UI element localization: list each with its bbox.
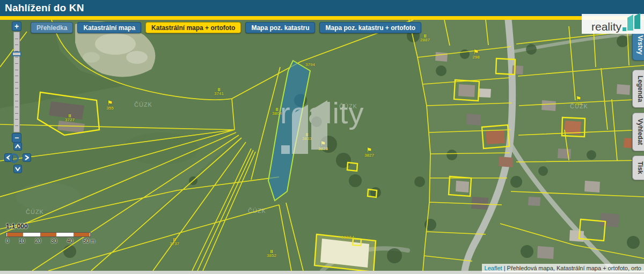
cuzk-watermark: ČÚZK [339, 103, 357, 109]
scale-bar [6, 232, 91, 237]
chevron-right-icon [25, 155, 29, 160]
brand-name: reality [591, 21, 621, 32]
zoom-tick [15, 76, 18, 76]
zoom-tick [15, 45, 18, 45]
layer-button[interactable]: Katastrální mapa [77, 22, 141, 33]
parcel-label: II3804 [272, 107, 282, 116]
leaflet-link[interactable]: Leaflet [485, 265, 502, 271]
zoom-tick [15, 88, 18, 88]
pan-control [4, 142, 31, 176]
zoom-control: + − [12, 21, 21, 143]
zoom-slider-handle[interactable] [12, 51, 21, 56]
scale-segment [73, 233, 90, 236]
parcel-marker: ⚑355 [106, 100, 113, 110]
zoom-slider[interactable] [13, 32, 20, 132]
scale-tick: 40 [67, 238, 73, 244]
side-tab[interactable]: Legenda [632, 70, 644, 108]
parcel-label: II3727 [65, 114, 75, 122]
zoom-tick [15, 113, 18, 114]
parcel-marker: ⚑3827 [364, 147, 374, 158]
parcel-marker: ⚑288 [575, 96, 582, 106]
pan-up-button[interactable] [13, 142, 22, 151]
scale-tick: 0 [6, 238, 9, 244]
zoom-tick [15, 101, 18, 101]
parcel-label: II3737 [170, 238, 179, 246]
layer-button[interactable]: Přehledka [31, 22, 73, 33]
parcel-label: II2887 [420, 34, 430, 42]
scale-segment [57, 233, 73, 236]
brand-logo[interactable]: reality [582, 14, 644, 34]
parcel-label: 383/14 [341, 235, 354, 240]
layer-button[interactable]: Mapa poz. katastru + ortofoto [319, 22, 421, 33]
zoom-tick [15, 82, 18, 83]
zoom-tick [15, 51, 18, 51]
cuzk-watermark: ČÚZK [248, 208, 266, 214]
parcel-label: II3741 [214, 87, 224, 96]
chevron-down-icon [15, 167, 20, 171]
zoom-in-button[interactable]: + [12, 21, 21, 31]
side-tab[interactable]: Vrstvy [632, 29, 644, 61]
cuzk-watermark: ČÚZK [134, 101, 152, 108]
zoom-tick [15, 57, 18, 57]
app-header: Nahlížení do KN [0, 0, 644, 16]
map-attribution: Leaflet | Přehledová mapa, Katastrální m… [482, 264, 644, 272]
scale-tick: 20 [35, 238, 41, 244]
zoom-tick [15, 119, 18, 120]
scale-segment [40, 233, 57, 236]
scale-segment [6, 233, 24, 236]
zoom-tick [15, 63, 18, 64]
scale-tick: 30 [51, 238, 57, 244]
brand-11-icon [623, 13, 641, 32]
chevron-up-icon [15, 144, 20, 149]
scale-tick: 50 m [83, 238, 95, 244]
parcel-label: II3833 [302, 132, 312, 141]
zoom-tick [15, 70, 18, 70]
zoom-tick [15, 94, 18, 95]
attribution-text: Přehledová mapa, Katastrální mapa + orto… [507, 265, 641, 271]
parcel-label: 3794 [305, 63, 315, 67]
layer-button[interactable]: Mapa poz. katastru [245, 22, 315, 33]
zoom-tick [15, 125, 18, 126]
side-tab[interactable]: Vyhledat [632, 113, 644, 151]
scale-tick: 10 [19, 238, 25, 244]
pan-right-button[interactable] [23, 153, 31, 162]
scale-control: 1:1 000 01020304050 m [6, 223, 97, 244]
layer-button[interactable]: Katastrální mapa + ortofoto [145, 22, 241, 33]
cuzk-watermark: ČÚZK [26, 209, 44, 215]
scale-segment [24, 233, 40, 236]
parcel-marker: ⚑3823 [318, 141, 328, 151]
page-title: Nahlížení do KN [0, 0, 644, 16]
side-tab[interactable]: Tisk [632, 155, 644, 180]
zoom-out-button[interactable]: − [12, 133, 21, 143]
zoom-tick [15, 39, 18, 39]
pan-down-button[interactable] [13, 165, 22, 173]
pan-center-ring [9, 153, 19, 163]
scale-ratio: 1:1 000 [6, 223, 97, 230]
attribution-separator: | [502, 265, 507, 271]
zoom-tick [15, 107, 18, 107]
accent-stripe [0, 16, 644, 20]
layer-toolbar: PřehledkaKatastrální mapaKatastrální map… [31, 22, 421, 33]
parcel-label: II3852 [267, 249, 276, 258]
scale-tick-labels: 01020304050 m [6, 238, 95, 244]
parcel-marker: ⚑298 [472, 49, 479, 60]
